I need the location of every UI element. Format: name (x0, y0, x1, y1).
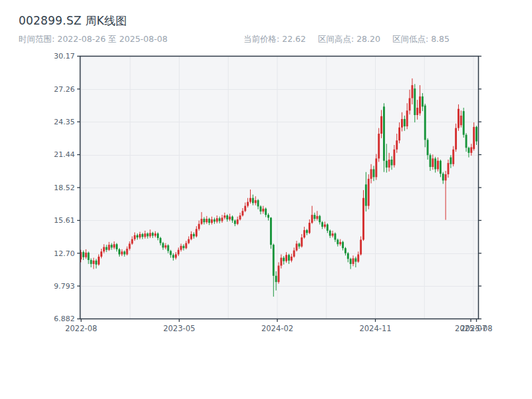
candle-body-up (211, 219, 213, 223)
candle-body-up (324, 225, 326, 227)
candle-body-down (427, 140, 429, 155)
candle-body-down (354, 258, 356, 261)
candle-body-down (404, 119, 406, 126)
x-axis-label: 2022-08 (65, 324, 97, 333)
candle-body-down (172, 255, 174, 257)
candle-body-down (110, 245, 112, 247)
candle-body-down (147, 233, 149, 236)
candle-body-up (237, 219, 239, 224)
x-axis-label: 2025-08 (460, 324, 492, 333)
candle-body-down (95, 261, 97, 265)
candle-body-up (303, 230, 305, 237)
candle-body-down (234, 221, 236, 224)
candle-body-up (309, 223, 311, 233)
candle-body-down (265, 209, 267, 215)
y-axis-label: 18.52 (54, 184, 75, 192)
candle-body-down (106, 247, 108, 249)
candle-body-down (424, 106, 426, 140)
candle-body-up (393, 150, 395, 166)
candle-body-up (178, 250, 180, 255)
candle-body-up (409, 98, 411, 111)
x-axis-label: 2024-11 (359, 324, 391, 333)
candle-body-up (221, 217, 223, 221)
candle-body-down (334, 233, 336, 239)
candle-body-up (154, 233, 156, 235)
candle-body-down (434, 158, 436, 169)
candle-body-down (288, 255, 290, 260)
candle-body-down (383, 106, 385, 160)
candle-body-up (411, 85, 413, 98)
candle-body-up (293, 251, 295, 257)
candle-body-down (336, 239, 338, 244)
k-line-chart: 30.1727.2624.3521.4418.5215.6112.709.793… (0, 0, 532, 399)
candle-body-up (362, 198, 364, 240)
candle-body-down (347, 253, 349, 259)
candle-body-up (131, 239, 133, 244)
candle-body-up (103, 247, 105, 251)
candle-body-down (321, 222, 323, 227)
candle-body-up (357, 255, 359, 262)
candle-body-up (370, 169, 372, 178)
candle-body-down (283, 258, 285, 261)
candle-body-down (306, 230, 308, 233)
candle-body-up (98, 257, 100, 265)
candle-body-up (445, 174, 447, 180)
candle-body-up (139, 234, 141, 237)
candle-body-up (301, 237, 303, 247)
candle-body-up (185, 243, 187, 249)
candle-body-up (241, 211, 243, 215)
candle-body-up (255, 200, 257, 203)
candle-body-up (339, 242, 341, 244)
candle-body-down (208, 219, 210, 223)
candle-body-down (422, 96, 424, 106)
candle-body-up (432, 158, 434, 167)
candle-body-down (136, 235, 138, 237)
candle-body-up (296, 243, 298, 250)
candle-body-up (223, 215, 225, 217)
candle-body-down (430, 155, 432, 167)
candle-body-up (85, 253, 87, 257)
candle-body-up (375, 158, 377, 177)
candle-body-down (157, 233, 159, 238)
candle-body-up (144, 233, 146, 237)
candle-body-up (437, 161, 439, 170)
candle-body-down (329, 231, 331, 236)
y-axis-label: 27.26 (54, 85, 75, 94)
candle-body-up (196, 229, 198, 236)
candle-body-down (257, 200, 259, 206)
candle-body-down (118, 249, 120, 255)
y-axis-label: 6.882 (54, 315, 75, 323)
y-axis-label: 21.44 (54, 150, 75, 159)
candle-body-down (203, 219, 205, 222)
candle-body-up (406, 110, 408, 126)
candle-body-down (327, 225, 329, 231)
candle-body-down (344, 248, 346, 253)
candle-body-up (165, 245, 167, 247)
candle-body-up (126, 249, 128, 254)
candle-body-up (317, 216, 319, 219)
candle-body-up (100, 251, 102, 257)
y-axis-label: 30.17 (54, 52, 75, 61)
candle-body-up (128, 243, 130, 249)
candle-body-down (466, 135, 467, 148)
candle-body-up (134, 235, 136, 239)
candle-body-down (275, 276, 277, 282)
candle-body-down (270, 217, 272, 245)
candle-body-down (342, 242, 344, 248)
candle-body-up (352, 258, 354, 263)
candle-body-up (416, 108, 418, 115)
candle-body-up (198, 224, 200, 229)
candle-body-up (188, 239, 190, 243)
candle-body-down (88, 253, 90, 260)
candle-body-up (229, 217, 231, 219)
candle-body-down (213, 219, 215, 221)
candle-body-up (398, 128, 400, 141)
candle-body-up (473, 127, 475, 149)
candle-body-down (450, 158, 452, 164)
candle-body-down (440, 161, 442, 174)
candle-body-up (239, 215, 241, 219)
candle-body-up (455, 128, 457, 150)
candle-body-down (252, 198, 254, 203)
x-axis-label: 2023-05 (163, 324, 195, 333)
candle-body-up (278, 265, 280, 282)
